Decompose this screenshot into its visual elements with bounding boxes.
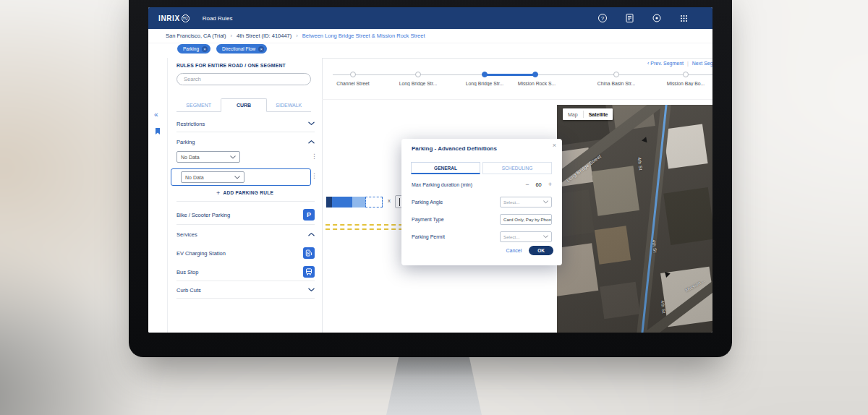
parking-rule-dropdown-1-value: No Data <box>181 155 200 160</box>
chevron-down-icon <box>543 200 548 204</box>
chip-parking-close-icon[interactable]: × <box>202 46 208 52</box>
timeline-active-segment[interactable] <box>485 74 535 76</box>
section-curb-cuts[interactable]: Curb Cuts <box>176 283 315 296</box>
parking-rule-dropdown-2[interactable]: No Data <box>181 171 244 183</box>
map-view-button[interactable]: Map <box>563 108 583 120</box>
map-building <box>663 124 707 168</box>
timeline-node-active-end[interactable] <box>532 72 538 77</box>
breadcrumb-current-segment[interactable]: Between Long Bridge Street & Mission Roc… <box>302 33 425 39</box>
map-building <box>663 187 712 245</box>
bus-stop-label: Bus Stop <box>176 269 198 275</box>
chip-parking[interactable]: Parking × <box>177 44 210 54</box>
rule-2-kebab-menu-icon[interactable]: ⋮ <box>311 173 318 179</box>
breadcrumb: San Francisco, CA (Trial) › 4th Street (… <box>148 29 712 43</box>
search-input[interactable] <box>176 73 311 85</box>
help-glyph: ? <box>601 15 604 22</box>
modal-title: Parking - Advanced Definitions <box>412 145 497 152</box>
duration-value: 60 <box>535 181 541 188</box>
prev-segment-link[interactable]: ‹ Prev. Segment <box>647 61 684 66</box>
parking-angle-select[interactable]: Select... <box>500 197 552 208</box>
satellite-view-button[interactable]: Satellite <box>584 108 613 120</box>
chevron-down-icon <box>230 155 236 159</box>
bookmark-icon[interactable] <box>154 127 161 137</box>
text-caret <box>399 198 400 206</box>
section-restrictions[interactable]: Restrictions <box>176 117 315 130</box>
payment-type-select[interactable]: Card Only, Pay by Phone <box>500 214 552 225</box>
bike-scooter-label: Bike / Scooter Parking <box>176 212 230 218</box>
tab-general[interactable]: GENERAL <box>411 162 480 174</box>
plus-icon[interactable]: + <box>548 181 552 188</box>
monitor-stand <box>386 353 482 415</box>
curb-rule-cell[interactable] <box>352 197 365 208</box>
filter-chips: Parking × Directional Flow × <box>177 44 267 54</box>
timeline-node-active-start[interactable] <box>482 72 488 77</box>
parking-permit-label: Parking Permit <box>412 234 445 239</box>
parking-angle-value: Select... <box>503 200 519 205</box>
station-label: Mission Rock S... <box>509 81 564 86</box>
inrix-logo: INRIX HQ <box>158 14 190 22</box>
station-label: Long Bridge Str... <box>457 81 512 86</box>
parking-p-icon: P <box>303 209 315 221</box>
chevron-down-icon <box>308 288 315 292</box>
row-bus-stop[interactable]: Bus Stop <box>176 265 315 278</box>
map-canvas[interactable]: Long Bridge Street 4th St 4th St 4th St … <box>557 105 712 333</box>
restrictions-label: Restrictions <box>176 121 205 127</box>
chevron-up-icon <box>308 140 315 144</box>
apps-grid-icon[interactable] <box>680 14 688 22</box>
curb-rule-cell[interactable] <box>326 197 332 208</box>
row-bike-scooter-parking[interactable]: Bike / Scooter Parking P <box>176 208 315 221</box>
panel-tabs: SEGMENT CURB SIDEWALK <box>176 98 311 112</box>
parking-rule-dropdown-1[interactable]: No Data <box>176 151 240 163</box>
rules-panel-title: RULES FOR ENTIRE ROAD / ONE SEGMENT <box>176 63 286 68</box>
curb-rule-cell[interactable] <box>332 197 352 208</box>
timeline-node[interactable] <box>415 72 421 77</box>
map-building <box>600 282 640 320</box>
field-payment-type: Payment Type Card Only, Pay by Phone <box>412 213 552 226</box>
timeline-node[interactable] <box>683 72 689 77</box>
tab-curb[interactable]: CURB <box>221 98 266 112</box>
bus-icon <box>303 266 315 278</box>
support-icon[interactable] <box>652 14 661 22</box>
curb-rule-cell-new[interactable] <box>365 197 383 208</box>
breadcrumb-street[interactable]: 4th Street (ID: 410447) <box>237 33 292 39</box>
add-parking-rule-button[interactable]: +ADD PARKING RULE <box>168 189 322 197</box>
chip-directional-flow[interactable]: Directional Flow × <box>216 44 267 54</box>
next-segment-link[interactable]: Next Segment <box>692 61 712 66</box>
chip-parking-label: Parking <box>183 46 199 51</box>
section-parking[interactable]: Parking <box>176 135 315 148</box>
panel-divider <box>176 201 315 202</box>
tab-segment[interactable]: SEGMENT <box>176 98 221 111</box>
map-building <box>557 189 595 237</box>
chevron-down-icon <box>308 121 315 126</box>
rule-1-kebab-menu-icon[interactable]: ⋮ <box>311 153 318 160</box>
map-building <box>592 166 639 215</box>
panel-divider <box>176 132 315 132</box>
timeline-node[interactable] <box>350 72 356 77</box>
chevron-up-icon <box>308 232 315 236</box>
delete-rule-icon[interactable]: x <box>388 197 391 204</box>
help-icon[interactable]: ? <box>598 14 607 22</box>
close-icon[interactable]: × <box>553 142 556 149</box>
chip-directional-flow-close-icon[interactable]: × <box>258 46 264 52</box>
document-icon[interactable] <box>626 14 634 22</box>
curb-rule-bar <box>326 197 383 208</box>
ok-button[interactable]: OK <box>529 246 553 255</box>
row-ev-charging-station[interactable]: EV Charging Station <box>176 247 315 260</box>
parking-permit-select[interactable]: Select... <box>500 231 552 242</box>
station-label: Long Bridge Str... <box>391 81 446 86</box>
map-building <box>595 226 631 265</box>
timeline-node[interactable] <box>613 72 619 77</box>
street-label-4th-st: 4th St <box>652 239 658 253</box>
minus-icon[interactable]: − <box>525 181 529 188</box>
segment-navigation: ‹ Prev. Segment | Next Segment <box>647 61 712 66</box>
tab-scheduling[interactable]: SCHEDULING <box>482 162 552 174</box>
collapse-panel-icon[interactable]: « <box>154 111 158 119</box>
plus-icon: + <box>216 189 221 197</box>
breadcrumb-city[interactable]: San Francisco, CA (Trial) <box>166 33 226 39</box>
tab-sidewalk[interactable]: SIDEWALK <box>267 98 311 111</box>
field-max-parking-duration: Max Parking duration (min) − 60 + <box>412 178 552 191</box>
cancel-button[interactable]: Cancel <box>506 248 522 253</box>
section-services[interactable]: Services <box>176 228 315 241</box>
brand-hq-badge: HQ <box>182 14 190 22</box>
panel-divider <box>176 298 315 299</box>
